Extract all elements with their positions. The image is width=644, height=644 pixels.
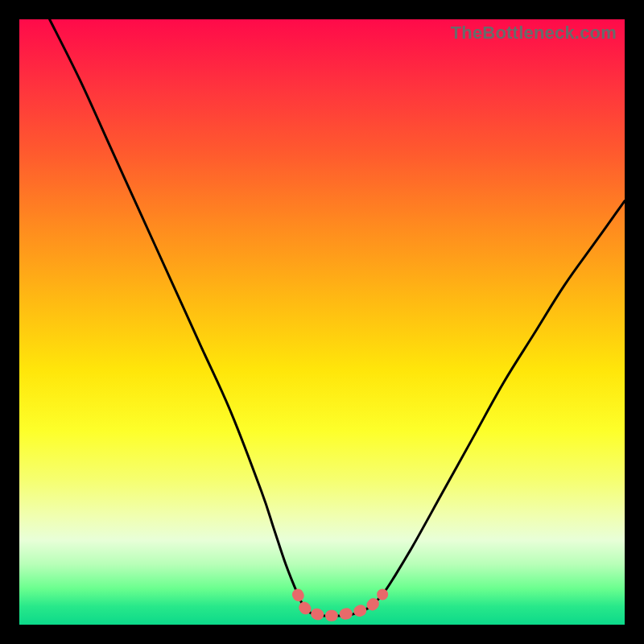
chart-svg [19, 19, 625, 625]
plot-area: TheBottleneck.com [19, 19, 625, 625]
bottleneck-curve [50, 19, 625, 616]
chart-container: TheBottleneck.com [0, 0, 644, 644]
